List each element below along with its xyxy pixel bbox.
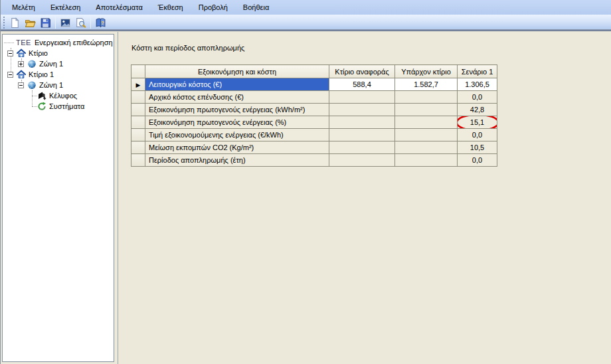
row-label-cell[interactable]: Περίοδος αποπληρωμής (έτη) (145, 154, 329, 167)
collapse-icon[interactable] (18, 82, 24, 88)
row-selector[interactable] (131, 116, 145, 129)
house-icon (17, 70, 26, 79)
building-shell-icon (37, 91, 46, 100)
menu-bar: ΜελέτηΕκτέλεσηΑποτελέσματαΈκθεσηΠροβολήΒ… (1, 0, 611, 15)
save-icon (40, 17, 51, 29)
row-label-cell[interactable]: Λειτουργικό κόστος (€) (145, 78, 329, 91)
save-button[interactable] (38, 15, 53, 30)
value-cell[interactable] (395, 91, 458, 104)
value-cell[interactable]: 0,0 (458, 129, 497, 141)
circled-value: 15,1 (470, 118, 484, 126)
menu-item-1[interactable]: Εκτέλεση (44, 1, 86, 13)
row-selector[interactable]: ▶ (131, 78, 145, 91)
tree-item-κέλυφος[interactable]: Κέλυφος (3, 90, 114, 101)
new-document-icon (9, 17, 21, 29)
value-cell[interactable] (329, 141, 395, 154)
value-cell[interactable]: 10,5 (458, 141, 497, 154)
current-row-arrow-icon: ▶ (136, 82, 141, 88)
tree-item-label: Κτίριο 1 (29, 70, 54, 78)
project-tree-panel: TEEΕνεργειακή επιθεώρησηΚτίριοΖώνη 1Κτίρ… (2, 34, 114, 362)
tree-item-συστήματα[interactable]: Συστήματα (3, 101, 114, 112)
row-selector[interactable] (131, 129, 145, 141)
value-cell[interactable] (329, 91, 395, 104)
open-folder-button[interactable] (23, 15, 38, 30)
table-row: Τιμή εξοικονομούμενης ενέργειας (€/kWh)0… (131, 129, 497, 141)
value-cell[interactable] (395, 104, 458, 116)
value-cell[interactable] (329, 116, 395, 129)
house-icon (17, 48, 26, 58)
value-cell[interactable]: 42,8 (458, 104, 497, 116)
help-book-button[interactable]: ? (93, 15, 108, 30)
tree-item-label: Συστήματα (49, 102, 84, 110)
value-cell[interactable] (395, 154, 458, 167)
tree-item-label: Κέλυφος (49, 92, 77, 100)
column-header-3[interactable]: Σενάριο 1 (458, 65, 497, 78)
tree-item-ζώνη-1[interactable]: Ζώνη 1 (3, 58, 114, 69)
value-cell[interactable]: 0,0 (458, 91, 497, 104)
collapse-icon[interactable] (7, 72, 13, 78)
column-header-0[interactable]: Εξοικονόμηση και κόστη (145, 65, 329, 78)
value-cell[interactable] (329, 154, 395, 167)
value-cell[interactable] (395, 129, 458, 141)
tree-item-κτίριο[interactable]: Κτίριο (3, 48, 114, 58)
expand-icon[interactable] (18, 61, 24, 67)
tree-item-κτίριο-1[interactable]: Κτίριο 1 (3, 69, 114, 80)
picture-results-button[interactable] (58, 15, 73, 30)
tree-connector (32, 96, 37, 96)
column-header-1[interactable]: Κτίριο αναφοράς (329, 65, 395, 78)
row-selector[interactable] (131, 154, 145, 167)
value-cell[interactable]: 1.582,7 (395, 78, 458, 91)
table-row: ▶Λειτουργικό κόστος (€)588,41.582,71.306… (131, 78, 497, 91)
row-label-cell[interactable]: Εξοικονόμηση πρωτογενούς ενέργειας (kWh/… (145, 104, 329, 116)
table-row: Εξοικονόμηση πρωτογενούς ενέργειας (kWh/… (131, 104, 497, 116)
value-cell[interactable]: 588,4 (329, 78, 395, 91)
tree-connector (4, 43, 14, 43)
value-cell[interactable]: 1.306,5 (458, 78, 497, 91)
tree-item-label: Ενεργειακή επιθεώρηση (35, 39, 113, 46)
menu-item-5[interactable]: Βοήθεια (237, 1, 275, 13)
table-row: Εξοικονόμηση πρωτογενούς ενέργειας (%)15… (131, 116, 497, 129)
row-selector[interactable] (131, 104, 145, 116)
toolbar-grip[interactable] (3, 17, 5, 29)
table-row: Αρχικό κόστος επένδυσης (€)0,0 (131, 91, 497, 104)
tree-item-ζώνη-1[interactable]: Ζώνη 1 (3, 80, 114, 90)
svg-text:?: ? (101, 20, 104, 26)
help-book-icon: ? (95, 17, 106, 29)
picture-results-icon (60, 17, 71, 29)
row-selector[interactable] (131, 141, 145, 154)
content-area: TEEΕνεργειακή επιθεώρησηΚτίριοΖώνη 1Κτίρ… (1, 32, 611, 364)
tree-item-label: Κτίριο (29, 49, 48, 57)
collapse-icon[interactable] (7, 50, 13, 56)
row-label-cell[interactable]: Μείωση εκπομπών CO2 (Kg/m²) (145, 141, 329, 154)
toolbar-separator (55, 17, 56, 29)
column-header-2[interactable]: Υπάρχον κτίριο (395, 65, 458, 78)
row-label-cell[interactable]: Εξοικονόμηση πρωτογενούς ενέργειας (%) (145, 116, 329, 129)
value-cell[interactable] (395, 141, 458, 154)
menu-item-2[interactable]: Αποτελέσματα (90, 1, 148, 13)
row-label-cell[interactable]: Τιμή εξοικονομούμενης ενέργειας (€/kWh) (145, 129, 329, 141)
tree-connector (32, 106, 37, 107)
value-cell[interactable] (329, 129, 395, 141)
results-grid: Εξοικονόμηση και κόστηΚτίριο αναφοράςΥπά… (131, 64, 497, 167)
tee-text-icon: TEE (16, 39, 31, 46)
value-cell[interactable]: 15,1 (458, 116, 497, 129)
value-cell[interactable]: 0,0 (458, 154, 497, 167)
open-folder-icon (25, 17, 36, 29)
toolbar: ? (1, 15, 611, 31)
menu-item-0[interactable]: Μελέτη (6, 1, 41, 13)
print-preview-icon (75, 17, 86, 29)
toolbar-separator (90, 17, 91, 29)
row-selector[interactable] (131, 91, 145, 104)
value-cell[interactable] (395, 116, 458, 129)
tree-item-label: Ζώνη 1 (39, 81, 63, 89)
menu-item-4[interactable]: Προβολή (193, 1, 234, 13)
new-document-button[interactable] (7, 15, 23, 30)
row-label-cell[interactable]: Αρχικό κόστος επένδυσης (€) (145, 91, 329, 104)
grid-corner-cell[interactable] (131, 65, 145, 78)
zone-sphere-icon (27, 80, 37, 90)
value-cell[interactable] (329, 104, 395, 116)
table-row: Περίοδος αποπληρωμής (έτη)0,0 (131, 154, 497, 167)
menu-item-3[interactable]: Έκθεση (152, 1, 189, 13)
tree-item-ενεργειακή-επιθεώρηση[interactable]: TEEΕνεργειακή επιθεώρηση (3, 37, 114, 48)
print-preview-button[interactable] (73, 15, 88, 30)
